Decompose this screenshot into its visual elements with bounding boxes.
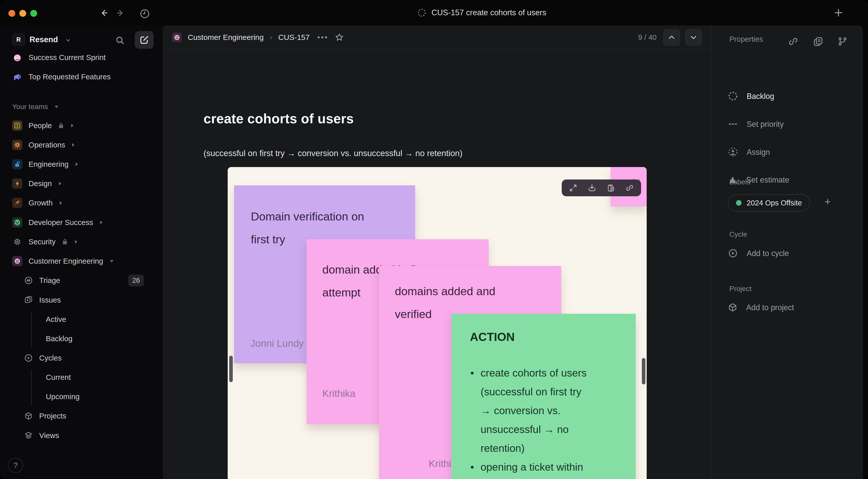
main-panel: Customer Engineering › CUS-157 ••• 9 / 4… xyxy=(163,25,863,479)
image-attachment[interactable]: hi Domain verification on first try Jonn… xyxy=(228,167,647,479)
download-icon[interactable] xyxy=(588,184,596,192)
sidebar-item-developer-success[interactable]: Developer Success xyxy=(0,213,163,232)
project-heading: Project xyxy=(730,285,751,293)
sidebar-item-active[interactable]: Active xyxy=(0,310,163,329)
bullet-item: create cohorts of users (successful on f… xyxy=(468,363,626,458)
previous-issue-button[interactable] xyxy=(663,29,680,46)
issue-title[interactable]: create cohorts of users xyxy=(204,111,354,126)
priority-row[interactable]: Set priority xyxy=(728,119,784,129)
contact-card-icon xyxy=(12,121,22,131)
rocket-icon xyxy=(12,198,22,208)
chevron-right-icon xyxy=(70,123,74,128)
forward-icon[interactable] xyxy=(116,8,125,18)
assignee-value: Assign xyxy=(747,148,770,157)
copy-id-icon[interactable] xyxy=(813,36,824,47)
cycle-icon xyxy=(24,353,33,362)
sidebar-item-projects[interactable]: Projects xyxy=(0,406,163,425)
assignee-row[interactable]: Assign xyxy=(728,147,770,157)
issues-icon xyxy=(24,295,33,305)
triage-icon xyxy=(24,276,33,285)
new-tab-button[interactable] xyxy=(831,6,846,20)
link-icon[interactable] xyxy=(625,184,634,192)
favorite-star-icon[interactable] xyxy=(335,33,344,42)
unlock-icon xyxy=(12,159,22,169)
no-priority-icon xyxy=(728,119,738,129)
image-resize-handle-left[interactable] xyxy=(229,356,233,382)
sidebar-item-cycles[interactable]: Cycles xyxy=(0,348,163,368)
add-to-project-row[interactable]: Add to project xyxy=(728,302,794,312)
indent-rail xyxy=(31,370,32,406)
status-row[interactable]: Backlog xyxy=(728,91,774,101)
priority-value: Set priority xyxy=(747,120,784,129)
properties-heading: Properties xyxy=(730,35,763,43)
sidebar-item-security[interactable]: Security xyxy=(0,232,163,251)
sidebar-item-backlog[interactable]: Backlog xyxy=(0,329,163,348)
sidebar-item-people[interactable]: People xyxy=(0,116,163,135)
copy-link-icon[interactable] xyxy=(788,36,799,47)
smiley-icon xyxy=(12,256,22,266)
sidebar-item-views[interactable]: Views xyxy=(0,426,163,445)
history-clock-icon[interactable] xyxy=(140,8,150,19)
triangle-down-icon xyxy=(110,259,114,263)
star-face-icon xyxy=(12,217,22,228)
chevron-right-icon xyxy=(74,162,79,167)
workspace-switcher[interactable]: R Resend xyxy=(0,25,163,52)
megaphone-icon xyxy=(12,72,22,82)
sticky-note-author: Jonni Lundy xyxy=(250,338,304,349)
sidebar-item-issues[interactable]: Issues xyxy=(0,290,163,310)
layers-icon xyxy=(24,431,33,440)
sidebar-list: Success Current Sprint Top Requested Fea… xyxy=(0,52,163,451)
add-to-cycle-row[interactable]: Add to cycle xyxy=(728,248,789,258)
breadcrumb-issue[interactable]: CUS-157 xyxy=(278,33,310,42)
sidebar: R Resend Success Current Sprint xyxy=(0,25,163,479)
git-branch-icon[interactable] xyxy=(837,36,848,47)
backlog-status-icon xyxy=(417,8,426,17)
minimize-window-button[interactable] xyxy=(19,10,26,17)
back-icon[interactable] xyxy=(99,8,108,18)
app-window: CUS-157 create cohorts of users R Resend xyxy=(0,0,868,479)
triage-count-badge: 26 xyxy=(128,275,144,287)
search-icon[interactable] xyxy=(115,35,125,45)
label-color-dot xyxy=(736,200,742,206)
cycle-heading: Cycle xyxy=(730,230,747,238)
breadcrumb-separator: › xyxy=(270,33,272,41)
help-button[interactable]: ? xyxy=(8,458,23,473)
label-2024-ops-offsite[interactable]: 2024 Ops Offsite xyxy=(728,194,810,212)
sidebar-item-triage[interactable]: Triage 26 xyxy=(0,271,163,290)
sidebar-item-engineering[interactable]: Engineering xyxy=(0,155,163,174)
sidebar-item-operations[interactable]: Operations xyxy=(0,135,163,155)
next-issue-button[interactable] xyxy=(685,29,702,46)
triangle-down-icon xyxy=(54,105,59,108)
sidebar-item-customer-engineering[interactable]: Customer Engineering xyxy=(0,251,163,271)
more-options-button[interactable]: ••• xyxy=(317,33,329,42)
add-label-button[interactable]: + xyxy=(825,196,831,208)
chevron-right-icon xyxy=(99,220,103,225)
cycle-icon xyxy=(728,248,738,258)
image-resize-handle-right[interactable] xyxy=(642,358,645,384)
sidebar-item-growth[interactable]: Growth xyxy=(0,193,163,213)
close-window-button[interactable] xyxy=(8,10,15,17)
sticky-note-heading: ACTION xyxy=(470,330,515,344)
copy-image-icon[interactable] xyxy=(607,184,615,192)
sidebar-item-current[interactable]: Current xyxy=(0,368,163,387)
issue-description[interactable]: (successful on first try → conversion vs… xyxy=(204,149,463,158)
issue-content: create cohorts of users (successful on f… xyxy=(163,50,711,479)
new-issue-button[interactable] xyxy=(135,31,154,49)
sidebar-item-design[interactable]: Design xyxy=(0,174,163,193)
sticky-note-action: ACTION create cohorts of users (successf… xyxy=(452,314,636,479)
zoom-window-button[interactable] xyxy=(30,10,37,17)
sidebar-item-upcoming[interactable]: Upcoming xyxy=(0,387,163,406)
image-toolbar xyxy=(562,180,641,196)
compose-icon xyxy=(139,35,149,45)
expand-icon[interactable] xyxy=(569,184,578,192)
lock-icon xyxy=(62,238,68,245)
window-title-text: CUS-157 create cohorts of users xyxy=(431,8,546,17)
breadcrumb-team[interactable]: Customer Engineering xyxy=(188,33,264,42)
chevron-right-icon xyxy=(58,181,62,186)
chevron-down-icon xyxy=(65,38,71,43)
lock-icon xyxy=(58,122,64,129)
sidebar-item-top-requested-features[interactable]: Top Requested Features xyxy=(0,67,163,87)
sidebar-section-your-teams[interactable]: Your teams xyxy=(0,97,163,117)
chip-icon xyxy=(12,237,22,247)
sidebar-item-success-current-sprint[interactable]: Success Current Sprint xyxy=(0,52,163,67)
